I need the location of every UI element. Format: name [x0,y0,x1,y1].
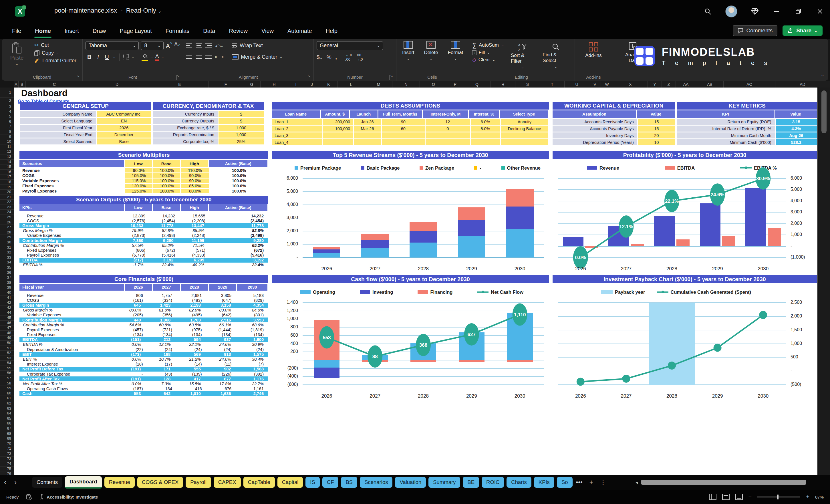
format-painter-button[interactable]: Format Painter [33,57,77,65]
row-header-40[interactable]: 40 [0,290,14,295]
sheet-tab-kpis[interactable]: KPIs [534,477,554,488]
font-dialog-launcher[interactable] [176,75,181,80]
normal-view-button[interactable] [709,494,716,500]
menu-tab-file[interactable]: File [11,26,22,37]
row-header-75[interactable]: 75 [0,467,14,472]
sheet-tab-capex[interactable]: CAPEX [214,477,241,488]
scenario-input-cell[interactable]: 105.0% [125,174,153,178]
row-header-43[interactable]: 43 [0,306,14,311]
orientation-button[interactable]: ⤺⌄ [215,43,223,49]
column-header-J[interactable]: J [304,81,320,88]
premium-diamond-icon[interactable] [751,7,759,16]
paste-button[interactable]: Paste⌄ [5,41,29,66]
column-header-C[interactable]: C [26,81,83,88]
comma-style-button[interactable]: , [336,54,337,60]
row-header-28[interactable]: 28 [0,230,14,235]
percent-style-button[interactable]: % [327,54,331,60]
row-header-17[interactable]: 17 [0,175,14,180]
sheet-tab-bs[interactable]: BS [341,477,357,488]
row-header-23[interactable]: 23 [0,205,14,210]
align-middle-button[interactable] [196,42,202,49]
menu-tab-page-layout[interactable]: Page Layout [119,26,153,37]
font-size-select[interactable]: 8⌄ [141,41,164,50]
vertical-scrollbar[interactable] [819,88,830,475]
row-header-51[interactable]: 51 [0,346,14,351]
restore-button[interactable] [794,7,802,16]
comments-button[interactable]: Comments [733,25,777,36]
loan-cell[interactable]: Mar-26 [354,126,381,132]
font-family-select[interactable]: Tahoma⌄ [86,41,139,50]
column-header-N[interactable]: N [392,81,420,88]
row-value[interactable]: December [97,132,151,137]
column-header-F[interactable]: F [209,81,243,88]
row-header-31[interactable]: 31 [0,245,14,250]
row-value[interactable]: 15 [638,119,675,125]
column-header-D[interactable]: D [83,81,151,88]
row-header-1[interactable]: 1 [0,88,14,98]
loan-cell[interactable]: Loan_3 [272,132,322,138]
more-sheets-button[interactable]: ••• [573,478,586,486]
column-header-AA[interactable]: AA [676,81,696,88]
row-value[interactable]: $ [219,111,264,117]
column-header-K[interactable]: K [320,81,338,88]
row-header-56[interactable]: 56 [0,371,14,376]
row-header-70[interactable]: 70 [0,441,14,446]
bold-button[interactable]: B [86,54,93,60]
row-header-3[interactable]: 3 [0,104,14,109]
row-header-52[interactable]: 52 [0,351,14,356]
column-header-X[interactable]: X [613,81,648,88]
row-header-12[interactable]: 12 [0,149,14,154]
worksheet[interactable]: Dashboard Go to Table of Contents GENERA… [14,88,818,475]
row-header-37[interactable]: 37 [0,275,14,280]
find-select-button[interactable]: Find & Select⌄ [540,41,572,69]
row-header-71[interactable]: 71 [0,446,14,451]
horizontal-scrollbar-thumb[interactable] [640,479,807,486]
loan-cell[interactable] [354,132,381,138]
sort-filter-button[interactable]: AZ Sort & Filter⌄ [508,41,537,69]
column-header-AC[interactable]: AC [724,81,775,88]
row-header-5[interactable]: 5 [0,114,14,119]
sheet-tab-cf[interactable]: CF [322,477,339,488]
format-cells-button[interactable]: Format⌄ [445,41,466,73]
row-header-16[interactable]: 16 [0,169,14,175]
row-header-26[interactable]: 26 [0,220,14,225]
column-header-R[interactable]: R [491,81,515,88]
row-header-44[interactable]: 44 [0,310,14,315]
loan-cell[interactable] [471,139,500,145]
addins-button[interactable]: Add-ins [578,41,609,58]
row-header-7[interactable]: 7 [0,124,14,129]
row-header-8[interactable]: 8 [0,129,14,134]
column-header-U[interactable]: U [565,81,589,88]
loan-cell[interactable] [354,139,381,145]
column-header-AB[interactable]: AB [696,81,724,88]
sheet-tab-is[interactable]: IS [306,477,319,488]
italic-button[interactable]: I [95,54,101,60]
row-header-74[interactable]: 74 [0,461,14,467]
loan-cell[interactable]: 200,000 [323,119,353,125]
align-top-button[interactable] [186,42,192,49]
row-header-59[interactable]: 59 [0,386,14,391]
zoom-level[interactable]: 87% [815,495,824,499]
page-layout-view-button[interactable] [722,494,730,500]
delete-cells-button[interactable]: Delete⌄ [421,41,441,73]
shrink-font-button[interactable]: A˅ [174,41,180,50]
search-icon[interactable] [704,7,712,16]
number-dialog-launcher[interactable] [389,75,394,80]
loan-cell[interactable]: 100,000 [323,126,353,132]
loan-cell[interactable]: 90 [382,119,425,125]
row-header-64[interactable]: 64 [0,411,14,416]
fill-button[interactable]: ↓Fill⌄ [471,49,505,56]
indent-buttons[interactable]: ⇤ ⇥ [215,54,223,60]
loan-cell[interactable] [501,132,548,138]
row-header-27[interactable]: 27 [0,225,14,230]
grow-font-button[interactable]: A^ [166,41,172,50]
row-header-30[interactable]: 30 [0,240,14,245]
row-header-36[interactable]: 36 [0,270,14,276]
align-bottom-button[interactable] [205,42,212,49]
sheet-tab-summary[interactable]: Summary [428,477,460,488]
row-header-60[interactable]: 60 [0,391,14,396]
row-header-14[interactable]: 14 [0,160,14,165]
menu-tab-view[interactable]: View [261,26,274,37]
sheet-tab-so[interactable]: So [557,477,573,488]
row-header-34[interactable]: 34 [0,260,14,265]
